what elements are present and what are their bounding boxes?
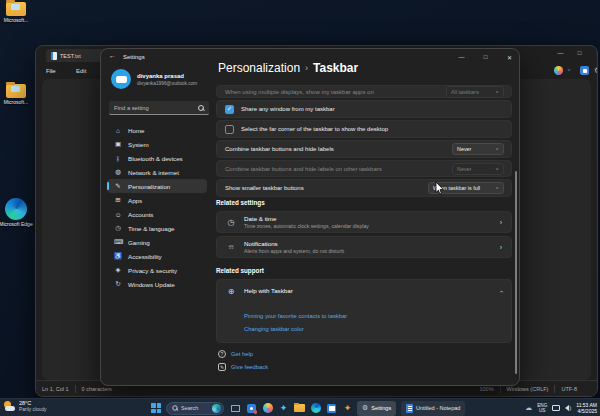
- give-feedback-link[interactable]: ✎ Give feedback: [218, 363, 268, 371]
- notepad-menu-file[interactable]: File: [46, 64, 56, 77]
- related-date-time[interactable]: ◷ Date & time Time zones, automatic cloc…: [216, 211, 512, 233]
- sidebar-item-apps[interactable]: ⊞Apps: [107, 193, 207, 207]
- sidebar-item-time-language[interactable]: ◷Time & language: [107, 221, 207, 235]
- task-view-button[interactable]: [229, 402, 242, 415]
- notepad-minimize-button[interactable]: —: [552, 46, 569, 60]
- weather-condition: Partly cloudy: [19, 407, 46, 413]
- status-line-endings[interactable]: Windows (CRLF): [501, 386, 555, 392]
- store-icon: [327, 404, 336, 413]
- account-email: divyanka1996@outlook.com: [137, 81, 197, 86]
- weather-widget[interactable]: 28°C Partly cloudy: [3, 400, 46, 413]
- volume-icon[interactable]: ): [565, 405, 571, 411]
- notepad-icon: [406, 404, 413, 413]
- setting-row-combine-other-taskbars: Combine taskbar buttons and hide labels …: [216, 160, 512, 177]
- desktop-icon-label: Microsoft...: [0, 18, 38, 24]
- desktop-icon-edge[interactable]: Microsoft Edge: [0, 198, 36, 234]
- language-indicator[interactable]: ENG US: [537, 403, 547, 414]
- sidebar-item-label: Time & language: [128, 225, 175, 232]
- desktop-icon-folder-1[interactable]: Microsoft...: [0, 2, 38, 24]
- edge-icon: [5, 198, 27, 220]
- search-input[interactable]: Find a setting: [109, 101, 209, 115]
- card-title: Help with Taskbar: [244, 287, 293, 294]
- start-button[interactable]: [151, 403, 161, 413]
- sidebar-item-windows-update[interactable]: ↻Windows Update: [107, 277, 207, 291]
- chat-icon: [247, 404, 256, 413]
- setting-label: Combine taskbar buttons and hide labels …: [225, 166, 382, 172]
- teams-button[interactable]: ✦: [277, 402, 290, 415]
- setting-label: Share any window from my taskbar: [241, 106, 335, 112]
- chevron-up-icon[interactable]: ›: [497, 290, 504, 292]
- notepad-maximize-button[interactable]: □: [571, 46, 588, 60]
- back-arrow-icon[interactable]: ←: [109, 52, 116, 59]
- taskbar-search[interactable]: Search: [166, 402, 224, 415]
- sidebar-item-privacy[interactable]: ◈Privacy & security: [107, 263, 207, 277]
- chevron-down-icon: ›: [495, 91, 501, 93]
- dropdown-combine-buttons[interactable]: Never ›: [452, 143, 504, 155]
- help-link-taskbar-color[interactable]: Changing taskbar color: [244, 326, 304, 332]
- gear-icon[interactable]: ⚙: [594, 66, 598, 75]
- dropdown-value: Never: [457, 166, 471, 172]
- sidebar-item-label: Windows Update: [128, 281, 175, 288]
- photos-button[interactable]: ✦: [341, 402, 354, 415]
- desktop-icon-label: Microsoft Edge: [0, 222, 36, 234]
- help-with-taskbar-card[interactable]: ⊕ Help with Taskbar ›: [216, 279, 512, 343]
- system-tray: ☁ ENG US ) 11:53 AM 4/5/2025: [525, 399, 600, 416]
- sidebar-item-label: Gaming: [128, 239, 150, 246]
- sidebar-item-system[interactable]: ▣System: [107, 137, 207, 151]
- copilot-icon[interactable]: [554, 66, 563, 75]
- folder-icon: [6, 84, 26, 98]
- dropdown-combine-other: Never ›: [452, 163, 504, 175]
- edge-button[interactable]: [309, 402, 322, 415]
- network-icon[interactable]: [552, 405, 560, 411]
- related-notifications[interactable]: ⍾ Notifications Alerts from apps and sys…: [216, 236, 512, 258]
- sidebar-item-label: System: [128, 141, 149, 148]
- notepad-menu-edit[interactable]: Edit: [76, 64, 86, 77]
- get-help-link[interactable]: ? Get help: [218, 350, 253, 358]
- task-view-icon: [231, 405, 240, 412]
- folder-icon: [6, 2, 26, 16]
- sidebar-item-bluetooth[interactable]: ᛒBluetooth & devices: [107, 151, 207, 165]
- sidebar-item-label: Privacy & security: [128, 267, 177, 274]
- copilot-icon: [263, 403, 273, 413]
- status-char-count: 0 characters: [76, 386, 118, 392]
- sidebar-item-label: Personalization: [128, 183, 170, 190]
- clock-icon: ◷: [226, 218, 236, 227]
- personalization-icon: ✎: [114, 182, 122, 190]
- sidebar-item-network[interactable]: ◍Network & internet: [107, 165, 207, 179]
- status-encoding[interactable]: UTF-8: [555, 386, 583, 392]
- avatar[interactable]: [111, 69, 131, 89]
- clock[interactable]: 11:53 AM 4/5/2025: [576, 402, 597, 415]
- help-link-pin-contacts[interactable]: Pinning your favorite contacts to taskba…: [244, 313, 347, 319]
- setting-row-smaller-buttons: Show smaller taskbar buttons When taskba…: [216, 179, 512, 197]
- checkbox-unchecked[interactable]: [225, 125, 234, 134]
- sidebar-item-gaming[interactable]: ⌨Gaming: [107, 235, 207, 249]
- accessibility-icon: ♿: [114, 252, 122, 260]
- notepad-taskbar-button[interactable]: Untitled - Notepad: [401, 401, 465, 416]
- desktop-icon-folder-2[interactable]: Microsoft...: [0, 84, 38, 106]
- search-label: Search: [181, 405, 198, 411]
- settings-taskbar-button[interactable]: ⚙ Settings: [357, 401, 396, 416]
- status-zoom[interactable]: 100%: [473, 386, 499, 392]
- chevron-right-icon: ›: [500, 219, 502, 226]
- copilot-button[interactable]: [261, 402, 274, 415]
- setting-label: Show smaller taskbar buttons: [225, 185, 304, 191]
- chevron-down-icon[interactable]: ›: [567, 69, 573, 71]
- notepad-close-button[interactable]: ✕: [590, 46, 598, 60]
- sidebar-item-personalization[interactable]: ✎Personalization: [107, 179, 207, 193]
- related-support-header: Related support: [216, 267, 264, 274]
- sidebar-item-accessibility[interactable]: ♿Accessibility: [107, 249, 207, 263]
- gaming-icon: ⌨: [114, 238, 122, 246]
- file-explorer-button[interactable]: [293, 402, 306, 415]
- store-button[interactable]: [325, 402, 338, 415]
- sidebar-item-accounts[interactable]: ☺Accounts: [107, 207, 207, 221]
- shield-icon: ◈: [114, 266, 122, 274]
- checkbox-checked[interactable]: ✓: [225, 105, 234, 114]
- chevron-right-icon: ›: [500, 244, 502, 251]
- onedrive-cloud-icon[interactable]: ☁: [525, 404, 532, 412]
- home-icon: ⌂: [114, 127, 122, 134]
- sidebar-item-home[interactable]: ⌂Home: [107, 123, 207, 137]
- blue-app-icon[interactable]: [580, 66, 589, 75]
- get-help-label: Get help: [231, 351, 253, 357]
- scrollbar[interactable]: [515, 171, 517, 374]
- chat-button[interactable]: [245, 402, 258, 415]
